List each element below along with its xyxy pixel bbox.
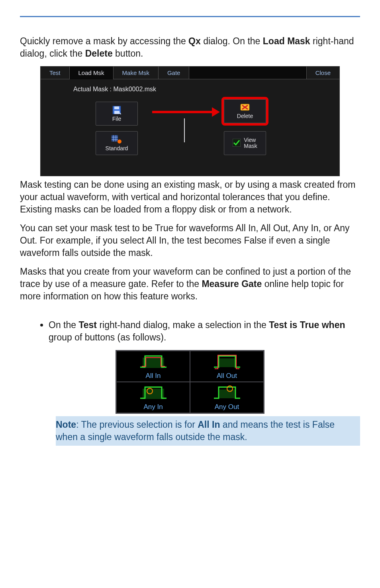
test-true-options-screenshot: All In All Out Any In Any Out xyxy=(116,350,264,414)
file-button[interactable]: File xyxy=(96,102,138,126)
tab-gate[interactable]: Gate xyxy=(159,67,190,79)
option-any-out[interactable]: Any Out xyxy=(190,382,264,413)
dialog-panel: Actual Mask : Mask0002.msk File Standard xyxy=(41,79,339,176)
option-all-in[interactable]: All In xyxy=(116,351,190,382)
all-in-icon xyxy=(139,354,167,370)
any-in-icon xyxy=(139,385,167,401)
test-is-true-bold: Test is True when xyxy=(269,320,345,330)
top-divider xyxy=(20,16,360,17)
option-all-out[interactable]: All Out xyxy=(190,351,264,382)
svg-rect-15 xyxy=(143,389,164,399)
paragraph-4: Masks that you create from your waveform… xyxy=(20,265,360,303)
delete-button-label: Delete xyxy=(237,113,253,119)
note-box: Note: The previous selection is for All … xyxy=(56,416,360,446)
option-all-in-label: All In xyxy=(146,372,161,380)
intro-paragraph: Quickly remove a mask by accessing the Q… xyxy=(20,35,360,60)
view-mask-button[interactable]: View Mask xyxy=(224,131,266,155)
decorative-line xyxy=(184,118,185,142)
svg-point-8 xyxy=(118,140,121,144)
loadmask-dialog-screenshot: Test Load Msk Make Msk Gate Close Actual… xyxy=(40,66,340,176)
note-bold: Note xyxy=(56,419,76,430)
qx-bold: Qx xyxy=(188,36,201,46)
text: group of buttons (as follows). xyxy=(49,332,166,342)
any-out-icon xyxy=(213,385,241,401)
test-bold: Test xyxy=(78,320,97,330)
all-out-icon xyxy=(213,354,241,370)
view-mask-label-2: Mask xyxy=(244,143,257,149)
text: button. xyxy=(113,48,143,59)
tab-load-msk[interactable]: Load Msk xyxy=(70,67,114,79)
tab-make-msk[interactable]: Make Msk xyxy=(114,67,159,79)
all-in-bold: All In xyxy=(198,419,220,430)
svg-rect-12 xyxy=(233,139,241,147)
standard-button[interactable]: Standard xyxy=(96,131,138,155)
svg-rect-3 xyxy=(112,135,118,142)
text: On the xyxy=(49,320,78,330)
measure-gate-bold: Measure Gate xyxy=(202,279,262,289)
list-item: On the Test right-hand dialog, make a se… xyxy=(49,319,360,344)
actual-mask-label: Actual Mask : Mask0002.msk xyxy=(73,86,332,93)
tab-close[interactable]: Close xyxy=(306,67,339,79)
instruction-list: On the Test right-hand dialog, make a se… xyxy=(36,319,360,344)
paragraph-2: Mask testing can be done using an existi… xyxy=(20,179,360,216)
delete-button[interactable]: Delete xyxy=(224,99,266,123)
loadmask-bold: Load Mask xyxy=(263,36,310,46)
delete-icon xyxy=(240,104,250,112)
callout-arrow xyxy=(152,109,220,114)
file-button-label: File xyxy=(112,116,121,122)
floppy-icon xyxy=(112,106,121,114)
checkbox-icon xyxy=(233,139,241,147)
svg-rect-14 xyxy=(219,358,235,367)
svg-rect-2 xyxy=(114,111,119,114)
text: dialog. On the xyxy=(201,36,263,46)
text: right-hand dialog, make a selection in t… xyxy=(97,320,269,330)
option-any-in[interactable]: Any In xyxy=(116,382,190,413)
text: : The previous selection is for xyxy=(76,419,198,430)
option-any-out-label: Any Out xyxy=(215,403,239,411)
delete-bold: Delete xyxy=(85,48,113,59)
view-mask-label-1: View xyxy=(244,137,257,143)
option-all-out-label: All Out xyxy=(217,372,237,380)
svg-rect-1 xyxy=(114,106,119,109)
option-any-in-label: Any In xyxy=(143,403,163,411)
dialog-tabbar: Test Load Msk Make Msk Gate Close xyxy=(41,67,339,79)
paragraph-3: You can set your mask test to be True fo… xyxy=(20,222,360,259)
standard-button-label: Standard xyxy=(106,145,128,151)
grid-icon xyxy=(112,135,122,144)
text: Quickly remove a mask by accessing the xyxy=(20,36,188,46)
svg-rect-17 xyxy=(219,389,235,398)
tab-spacer xyxy=(189,67,306,79)
tab-test[interactable]: Test xyxy=(41,67,70,79)
